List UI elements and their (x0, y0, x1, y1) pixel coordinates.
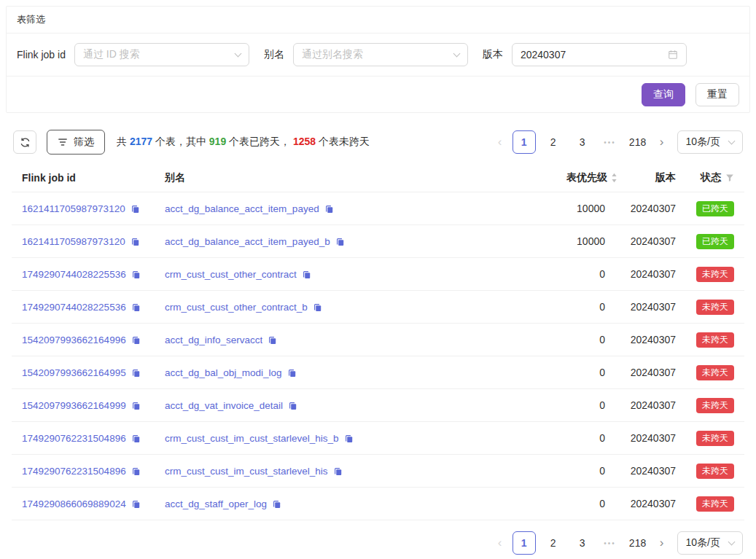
priority-cell: 0 (494, 399, 617, 411)
page-button-last[interactable]: 218 (626, 531, 650, 555)
page-button-3[interactable]: 3 (571, 531, 594, 555)
copy-icon[interactable] (131, 270, 141, 279)
alias-cell: crm_cust_cust_im_cust_starlevel_his (165, 466, 494, 477)
alias-link[interactable]: crm_cust_cust_other_contract (165, 269, 297, 280)
status-header-label: 状态 (701, 171, 721, 184)
copy-icon[interactable] (130, 204, 140, 214)
copy-icon[interactable] (131, 368, 141, 378)
filter-funnel-icon[interactable] (725, 173, 734, 182)
next-page-button[interactable]: › (655, 532, 669, 554)
copy-icon[interactable] (288, 401, 297, 410)
chevron-down-icon (453, 50, 460, 57)
flink-job-id-link[interactable]: 1542097993662164996 (22, 335, 126, 345)
flink-job-id-link[interactable]: 1749290762231504896 (22, 433, 126, 444)
copy-icon[interactable] (131, 302, 141, 312)
flink-job-id-link[interactable]: 1621411705987973120 (22, 236, 125, 247)
status-cell: 未跨天 (676, 267, 734, 282)
flink-job-id-cell: 1542097993662164996 (22, 335, 165, 345)
flink-job-id-link[interactable]: 1749290866069889024 (22, 499, 126, 509)
status-badge: 未跨天 (696, 267, 734, 282)
column-header-priority[interactable]: 表优先级 (494, 171, 617, 184)
flink-job-id-link[interactable]: 1749290762231504896 (22, 466, 126, 477)
alias-link[interactable]: acct_dg_balance_acct_item_payed_b (165, 236, 330, 247)
alias-link[interactable]: crm_cust_cust_im_cust_starlevel_his_b (165, 433, 339, 444)
status-cell: 未跨天 (676, 332, 734, 348)
alias-select[interactable]: 通过别名搜索 (293, 43, 468, 66)
flink-job-id-link[interactable]: 1749290744028225536 (22, 269, 126, 280)
page-button-1[interactable]: 1 (513, 130, 536, 154)
column-header-flink-job-id: Flink job id (22, 172, 165, 184)
copy-icon[interactable] (333, 466, 343, 476)
search-button[interactable]: 查询 (642, 83, 685, 106)
page-ellipsis[interactable]: ••• (600, 539, 620, 547)
page-button-2[interactable]: 2 (542, 531, 565, 555)
alias-cell: crm_cust_cust_other_contract (165, 269, 494, 280)
status-badge: 未跨天 (696, 300, 734, 315)
priority-header-label: 表优先级 (566, 171, 607, 184)
flink-id-select[interactable]: 通过 ID 搜索 (74, 43, 249, 66)
copy-icon[interactable] (131, 401, 141, 410)
copy-icon[interactable] (131, 499, 141, 509)
page-button-3[interactable]: 3 (571, 130, 594, 154)
version-filter-group: 版本 20240307 (483, 43, 687, 66)
copy-icon[interactable] (324, 204, 334, 214)
page-button-1[interactable]: 1 (513, 531, 536, 555)
alias-link[interactable]: acct_dg_vat_invoice_detail (165, 400, 283, 411)
page-button-2[interactable]: 2 (542, 130, 565, 154)
alias-cell: acct_dg_vat_invoice_detail (165, 400, 494, 411)
total-count: 2177 (130, 136, 152, 147)
flink-job-id-link[interactable]: 1542097993662164995 (22, 367, 126, 378)
reset-button[interactable]: 重置 (695, 83, 739, 106)
summary-text: 共 2177 个表，其中 919 个表已跨天， 1258 个表未跨天 (117, 136, 370, 149)
table-body: 1621411705987973120 acct_dg_balance_acct… (12, 192, 744, 520)
copy-icon[interactable] (131, 434, 141, 443)
sort-icon[interactable] (611, 173, 617, 183)
alias-link[interactable]: acct_dg_balance_acct_item_payed (165, 203, 319, 214)
copy-icon[interactable] (131, 335, 141, 345)
copy-icon[interactable] (344, 434, 354, 443)
copy-icon[interactable] (131, 466, 141, 476)
summary-part: 个表，其中 (152, 136, 209, 147)
copy-icon[interactable] (272, 499, 281, 509)
next-page-button[interactable]: › (655, 131, 669, 153)
prev-page-button[interactable]: ‹ (494, 131, 507, 153)
flink-id-placeholder: 通过 ID 搜索 (83, 48, 140, 61)
column-header-alias: 别名 (165, 171, 494, 184)
copy-icon[interactable] (302, 270, 311, 279)
table-row: 1542097993662164999 acct_dg_vat_invoice_… (12, 389, 744, 422)
copy-icon[interactable] (335, 237, 345, 246)
refresh-button[interactable] (13, 130, 36, 154)
page-size-select[interactable]: 10条/页 (677, 531, 743, 555)
flink-job-id-link[interactable]: 1542097993662164999 (22, 400, 126, 411)
version-date-input[interactable]: 20240307 (512, 43, 687, 66)
version-cell: 20240307 (617, 235, 676, 247)
copy-icon[interactable] (287, 368, 297, 378)
status-badge: 已跨天 (696, 234, 734, 249)
page-size-select[interactable]: 10条/页 (677, 130, 743, 154)
prev-page-button[interactable]: ‹ (494, 532, 507, 554)
alias-link[interactable]: acct_dg_bal_obj_modi_log (165, 367, 282, 378)
alias-cell: crm_cust_cust_other_contract_b (165, 302, 494, 313)
summary-part: 共 (117, 136, 130, 147)
alias-link[interactable]: acct_dg_staff_oper_log (165, 499, 267, 509)
flink-job-id-cell: 1621411705987973120 (22, 203, 165, 214)
flink-job-id-link[interactable]: 1621411705987973120 (22, 203, 125, 214)
version-cell: 20240307 (617, 301, 676, 313)
alias-cell: acct_dg_info_servacct (165, 335, 494, 345)
page-button-last[interactable]: 218 (626, 130, 650, 154)
flink-job-id-link[interactable]: 1749290744028225536 (22, 302, 126, 313)
filter-toggle-button[interactable]: 筛选 (47, 130, 105, 155)
alias-cell: acct_dg_balance_acct_item_payed_b (165, 236, 494, 247)
filter-card-title: 表筛选 (7, 7, 749, 34)
table-row: 1749290866069889024 acct_dg_staff_oper_l… (12, 488, 744, 520)
alias-link[interactable]: crm_cust_cust_im_cust_starlevel_his (165, 466, 328, 477)
copy-icon[interactable] (130, 237, 140, 246)
version-label: 版本 (483, 48, 503, 61)
alias-link[interactable]: crm_cust_cust_other_contract_b (165, 302, 308, 313)
alias-link[interactable]: acct_dg_info_servacct (165, 335, 262, 345)
copy-icon[interactable] (313, 302, 322, 312)
page-ellipsis[interactable]: ••• (600, 138, 620, 146)
copy-icon[interactable] (268, 335, 277, 345)
table-row: 1749290762231504896 crm_cust_cust_im_cus… (12, 455, 744, 488)
chevron-down-icon (728, 538, 736, 545)
